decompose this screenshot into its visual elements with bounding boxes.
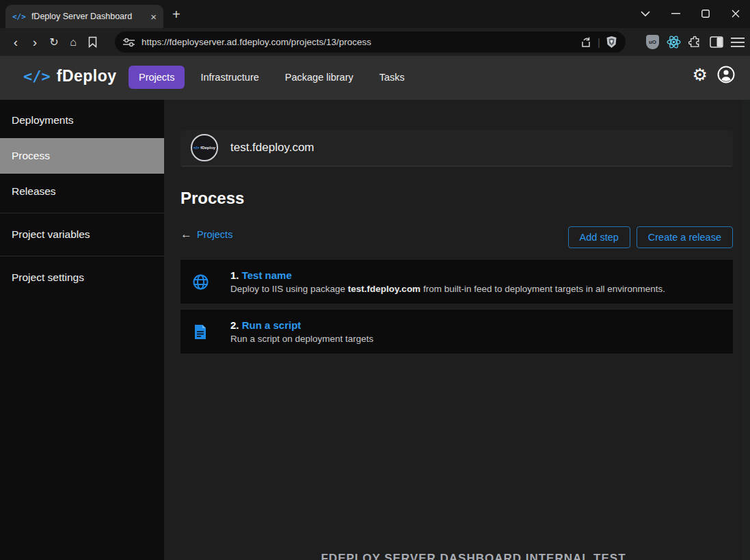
menu-hamburger-icon[interactable] — [731, 38, 745, 47]
pill-separator: | — [598, 36, 600, 48]
sidebar-item-project-variables[interactable]: Project variables — [0, 217, 164, 252]
add-step-button[interactable]: Add step — [568, 226, 630, 248]
site-settings-icon[interactable] — [123, 38, 135, 47]
globe-icon — [193, 274, 209, 290]
step-number: 2. — [230, 319, 239, 331]
avatar-logo-text: fDeploy — [200, 146, 215, 150]
sidebar-item-project-settings[interactable]: Project settings — [0, 260, 164, 295]
url-text[interactable]: https://fdeployserver.ad.fdeploy.com/pro… — [142, 37, 580, 47]
browser-tab[interactable]: </> fDeploy Server Dashboard × — [5, 5, 163, 28]
step-number: 1. — [230, 269, 239, 281]
reload-button[interactable]: ↻ — [44, 33, 64, 52]
back-button[interactable]: ‹ — [6, 33, 25, 52]
window-close-button[interactable] — [725, 4, 746, 23]
page-title: Process — [180, 189, 244, 208]
main-content: </> fDeploy test.fdeploy.com Process ← P… — [164, 100, 750, 560]
settings-gear-icon[interactable]: ⚙ — [693, 66, 708, 83]
app-logo[interactable]: </> fDeploy — [23, 67, 117, 85]
script-file-icon — [194, 324, 206, 340]
project-avatar: </> fDeploy — [191, 134, 218, 161]
sidebar-panel-icon[interactable] — [710, 36, 723, 48]
nav-item-projects[interactable]: Projects — [129, 66, 185, 89]
nav-item-tasks[interactable]: Tasks — [369, 66, 415, 89]
user-profile-icon[interactable] — [717, 66, 735, 83]
sidebar-divider — [0, 256, 164, 256]
step-name-link[interactable]: Test name — [242, 269, 292, 281]
nav-item-package-library[interactable]: Package library — [275, 66, 364, 89]
project-name: test.fdeploy.com — [230, 141, 314, 155]
extensions-puzzle-icon[interactable] — [688, 36, 702, 49]
share-icon[interactable] — [580, 36, 592, 49]
window-maximize-button[interactable] — [695, 4, 716, 23]
nav-item-infrastructure[interactable]: Infrastructure — [190, 66, 269, 89]
window-minimize-button[interactable] — [665, 4, 686, 23]
brave-shield-icon[interactable] — [606, 36, 617, 49]
app-logo-text: fDeploy — [57, 67, 117, 85]
step-description: Run a script on deployment targets — [230, 334, 373, 344]
back-arrow-icon[interactable]: ← — [180, 228, 192, 241]
project-header-card: </> fDeploy test.fdeploy.com — [180, 130, 733, 167]
sidebar: Deployments Process Releases Project var… — [0, 100, 164, 560]
tab-search-chevron-icon[interactable] — [635, 4, 656, 23]
browser-toolbar: ‹ › ↻ ⌂ https://fdeployserver.ad.fdeploy… — [0, 28, 750, 56]
create-release-button[interactable]: Create a release — [637, 226, 733, 248]
tab-close-icon[interactable]: × — [150, 12, 157, 22]
sidebar-item-releases[interactable]: Releases — [0, 174, 164, 209]
app-header: </> fDeploy Projects Infrastructure Pack… — [0, 56, 750, 100]
forward-button[interactable]: › — [25, 33, 44, 52]
ublock-extension-icon[interactable]: uO — [646, 35, 659, 49]
browser-tab-bar: </> fDeploy Server Dashboard × + — [0, 0, 750, 28]
app-logo-code-icon: </> — [23, 68, 51, 85]
step-row-2[interactable]: 2. Run a script Run a script on deployme… — [180, 310, 733, 354]
app-nav: Projects Infrastructure Package library … — [129, 66, 415, 89]
step-description: Deploy to IIS using package test.fdeploy… — [230, 284, 665, 294]
scrollbar-track[interactable] — [742, 100, 750, 560]
sidebar-item-process[interactable]: Process — [0, 138, 164, 174]
home-button[interactable]: ⌂ — [64, 33, 83, 52]
tab-title: fDeploy Server Dashboard — [31, 12, 145, 21]
address-bar[interactable]: https://fdeployserver.ad.fdeploy.com/pro… — [115, 31, 626, 53]
new-tab-button[interactable]: + — [172, 7, 180, 23]
avatar-logo-code-icon: </> — [193, 146, 200, 150]
react-devtools-extension-icon[interactable] — [667, 35, 681, 49]
sidebar-item-deployments[interactable]: Deployments — [0, 103, 164, 138]
projects-back-link[interactable]: Projects — [197, 229, 232, 240]
tab-favicon-icon: </> — [12, 12, 26, 21]
step-name-link[interactable]: Run a script — [242, 319, 302, 331]
sidebar-divider — [0, 213, 164, 213]
bookmark-icon[interactable] — [83, 33, 102, 52]
footer-clipped-text: FDEPLOY SERVER DASHBOARD INTERNAL TEST — [180, 552, 750, 560]
step-row-1[interactable]: 1. Test name Deploy to IIS using package… — [180, 260, 733, 304]
process-step-list: 1. Test name Deploy to IIS using package… — [180, 260, 733, 360]
